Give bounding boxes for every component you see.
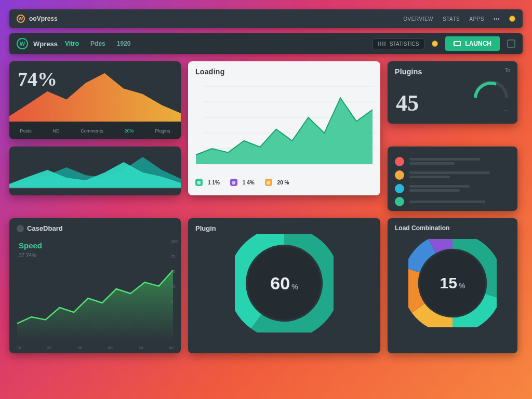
list-text [409, 156, 510, 166]
tab-vitro[interactable]: Vitro [65, 40, 79, 47]
plugins-title: Plugins [395, 68, 422, 76]
loading-legend: ▦1 1% ▦1 4% ▦20 % [188, 175, 380, 190]
card-combo-donut: Load Combination 15% [388, 218, 517, 353]
foot-nd[interactable]: ND [53, 128, 60, 134]
card-plugins: Plugins To 45 ··· [388, 61, 517, 124]
foot-posts[interactable]: Posts [20, 128, 32, 134]
nav-overview[interactable]: OVERVIEW [403, 16, 433, 22]
plugin-donut-title: Plugin [195, 224, 216, 232]
plugins-value: 45 [396, 90, 419, 116]
list-text [409, 170, 510, 180]
toolbar-tabs: Vitro Pdes 1920 [65, 40, 131, 47]
dashboard-grid: 74% Posts ND Comments 20% Plugins Loadin… [9, 61, 523, 353]
list-text [409, 183, 510, 193]
legend-1[interactable]: ▦1 1% [195, 179, 220, 186]
settings-icon[interactable] [507, 39, 515, 48]
card-plugin-donut: Plugin 60% [188, 218, 380, 353]
card-speed: CaseDbard Speed 37 24% 1007550250 102030… [9, 218, 181, 353]
square-icon: ▦ [195, 179, 203, 186]
legend-2[interactable]: ▦1 4% [230, 179, 255, 186]
speed-value: 37 24% [19, 252, 36, 258]
nav-more[interactable]: ••• [494, 16, 500, 22]
card-loading: Loading ▦1 1% ▦1 4% ▦20 % [188, 61, 380, 195]
speed-label: Speed [19, 241, 42, 250]
loading-title: Loading [195, 68, 225, 76]
legend-3[interactable]: ▦20 % [265, 179, 289, 186]
combo-title: Load Combination [395, 224, 449, 232]
teal-area-chart [9, 147, 181, 195]
list-item[interactable] [395, 183, 510, 193]
list-item[interactable] [395, 197, 510, 206]
foot-comments[interactable]: Comments [81, 128, 103, 134]
launch-button[interactable]: LAUNCH [445, 36, 500, 51]
list-item[interactable] [395, 170, 510, 180]
brand-label: ooVpress [29, 15, 58, 22]
plugin-donut-value: 60% [270, 273, 298, 294]
tab-1920[interactable]: 1920 [117, 40, 131, 47]
gauge-icon [473, 81, 509, 100]
combo-donut-value: 15% [440, 274, 466, 292]
speed-line-chart [9, 218, 181, 353]
square-icon: ▦ [265, 179, 272, 186]
dot-icon [395, 184, 404, 193]
pill-label: STATISTICS [390, 41, 419, 47]
speed-xticks: 102030405060 [17, 345, 174, 350]
list-item[interactable] [395, 156, 510, 166]
toolbar: W Wpress Vitro Pdes 1920 STATISTICS LAUN… [9, 33, 523, 54]
dot-icon [395, 197, 404, 206]
card-list [388, 147, 517, 211]
foot-20[interactable]: 20% [124, 128, 134, 134]
bars-icon [378, 42, 385, 46]
loading-chart [188, 76, 380, 175]
wp-icon: W [17, 38, 28, 49]
coin-icon[interactable] [509, 16, 515, 22]
foot-plugins[interactable]: Plugins [155, 128, 170, 134]
square-icon: ▦ [230, 179, 237, 186]
dot-icon [395, 157, 404, 166]
tab-pdes[interactable]: Pdes [90, 40, 105, 47]
speed-yticks: 1007550250 [171, 239, 178, 304]
nav-apps[interactable]: APPS [469, 16, 484, 22]
percent-value: 74% [18, 68, 57, 90]
top-nav: OVERVIEW STATS APPS ••• [403, 16, 515, 22]
card-icon [454, 41, 461, 46]
cta-label: LAUNCH [465, 40, 491, 47]
user-coin-icon[interactable] [432, 41, 438, 47]
percent-footer: Posts ND Comments 20% Plugins [9, 122, 181, 139]
card-teal-area [9, 147, 181, 195]
plugins-sub: To [504, 68, 510, 73]
speed-card-title: CaseDbard [17, 224, 63, 232]
app-topbar: W ooVpress OVERVIEW STATS APPS ••• [9, 9, 523, 28]
list-text [409, 199, 510, 205]
nav-stats[interactable]: STATS [443, 16, 460, 22]
toolbar-brand: Wpress [33, 40, 58, 48]
plugins-small: ··· [504, 108, 508, 113]
card-percent: 74% Posts ND Comments 20% Plugins [9, 61, 181, 139]
brand-icon: W [17, 15, 25, 23]
dot-icon [395, 170, 404, 180]
dash-icon [17, 225, 24, 232]
stats-pill[interactable]: STATISTICS [373, 38, 424, 49]
